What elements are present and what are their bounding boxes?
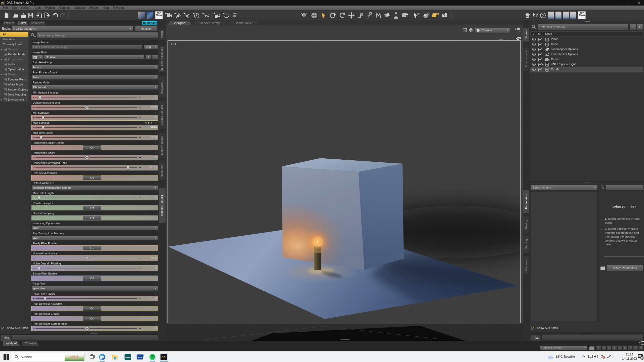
dock-tab-posing[interactable]: Posing <box>523 216 529 233</box>
content-thumbnail[interactable] <box>548 11 554 19</box>
gear-icon[interactable]: ☼ <box>154 302 157 306</box>
expand-arrow-icon[interactable]: ▶ <box>542 63 544 65</box>
lesson-number-7[interactable]: 7 <box>628 345 633 350</box>
param-control[interactable]: −+5.00 <box>31 105 158 110</box>
lesson-number-5[interactable]: 5 <box>617 345 622 350</box>
category-progressive-[interactable]: ▶GProgressive ... <box>0 57 28 62</box>
slider-increment[interactable]: + <box>139 266 141 270</box>
toggle-button[interactable]: On <box>83 246 101 250</box>
plus-gauge-icon[interactable]: + <box>193 12 200 19</box>
gear-icon[interactable]: ☼ <box>154 50 157 55</box>
help-search-input[interactable] <box>606 185 643 191</box>
gear-icon[interactable]: ☼ <box>154 201 157 205</box>
folder-up-icon[interactable] <box>20 12 27 19</box>
plus-spotlight-icon[interactable]: + <box>202 12 210 19</box>
slider-increment[interactable]: + <box>139 126 141 129</box>
gear-icon[interactable]: ☼ <box>154 40 157 44</box>
toggle-button[interactable]: Off <box>83 206 101 210</box>
expand-arrow-icon[interactable]: ▶ <box>1 57 2 62</box>
dock-tab-environment[interactable]: Environment <box>523 48 529 71</box>
slider-track[interactable] <box>35 268 137 268</box>
tips-tab-left[interactable]: Tips <box>1 335 11 341</box>
translate-icon[interactable] <box>348 12 355 19</box>
slider-decrement[interactable]: − <box>33 116 34 119</box>
rotate-cursor-icon[interactable] <box>330 12 337 19</box>
select-item-dropdown[interactable]: Select an Item...▼ <box>531 185 598 191</box>
slider-track[interactable] <box>35 298 137 299</box>
gear-icon[interactable]: ☼ <box>154 272 157 276</box>
visibility-eye-icon[interactable] <box>532 48 536 51</box>
tray-expand-icon[interactable] <box>582 355 585 358</box>
tab-presets[interactable]: Presets <box>2 21 16 25</box>
slider-handle[interactable] <box>85 327 89 330</box>
scene-node-plane[interactable]: Plane <box>530 37 643 42</box>
slider-increment[interactable]: + <box>139 136 141 139</box>
slider-decrement[interactable]: − <box>33 327 34 330</box>
tips-tab-right[interactable]: Tips <box>531 335 541 340</box>
orbit-view-icon[interactable] <box>516 36 522 40</box>
lesson-number-9[interactable]: 9 <box>638 345 643 350</box>
checkbox-checked-icon[interactable]: ✓ <box>531 326 535 330</box>
rotate-icon[interactable] <box>339 12 346 19</box>
param-dropdown[interactable]: None▼ <box>31 75 158 80</box>
splitter[interactable] <box>530 332 644 334</box>
param-control[interactable]: −+1004 <box>31 125 158 130</box>
slider-increment[interactable]: + <box>139 106 141 109</box>
lesson-number-2[interactable]: 2 <box>601 345 606 350</box>
engine-dropdown[interactable]: NVIDIA Iray (MDL)▼ <box>12 26 133 31</box>
scene-node-candle[interactable]: Candle <box>530 67 643 72</box>
param-control[interactable]: On <box>31 306 158 311</box>
path-dropdown[interactable]: Desktop▼ <box>44 55 145 60</box>
visibility-eye-icon[interactable] <box>532 43 536 46</box>
param-control[interactable]: −+1.50 <box>31 296 158 301</box>
taskbar-app-daz-studio[interactable]: DS <box>160 353 168 361</box>
taskbar-app-task-view[interactable] <box>88 353 96 361</box>
bottom-tab-animate2[interactable]: aniMate2 <box>3 341 20 346</box>
param-control[interactable]: On <box>31 246 158 251</box>
undo-icon[interactable] <box>52 12 58 19</box>
visibility-eye-icon[interactable] <box>532 63 536 66</box>
import-icon[interactable] <box>36 12 42 19</box>
menu-file[interactable]: File <box>1 6 10 10</box>
gear-icon[interactable]: ☼ <box>154 131 157 135</box>
category-alpha[interactable]: GAlpha <box>0 62 28 67</box>
plus-camera-icon[interactable]: + <box>165 12 172 19</box>
taskbar-search[interactable]: Suchen <box>12 353 85 361</box>
menu-edit[interactable]: Edit <box>10 6 19 10</box>
category-section-objects[interactable]: GSection Objects <box>0 87 28 92</box>
menu-create[interactable]: Create <box>19 6 32 10</box>
slider-increment[interactable]: + <box>139 96 141 99</box>
dock-tab-simulation-settings[interactable]: Simulation Settings <box>159 46 166 72</box>
gear-icon[interactable]: ☼ <box>154 292 157 296</box>
expand-arrow-icon[interactable]: ▶ <box>1 97 2 102</box>
slider-decrement[interactable]: − <box>33 106 34 109</box>
home-ds-icon[interactable]: DS <box>524 12 531 19</box>
param-control[interactable]: gaussian▼ <box>31 286 158 291</box>
slider-decrement[interactable]: − <box>33 166 34 169</box>
selectable-icon[interactable] <box>537 53 542 57</box>
toggle-button[interactable]: On <box>83 316 101 321</box>
taskbar-app-netis[interactable]: netis <box>136 353 144 361</box>
slider-increment[interactable]: + <box>139 327 141 330</box>
category-general[interactable]: ▶GGeneral <box>0 47 28 52</box>
cursor-yellow-icon[interactable] <box>321 12 327 19</box>
param-control[interactable]: ▼Desktop▼+− <box>31 55 158 60</box>
menu-render[interactable]: Render <box>43 6 57 10</box>
selectable-icon[interactable] <box>537 48 542 52</box>
gear-icon[interactable]: ☼ <box>154 181 157 185</box>
category-filtering[interactable]: ▶GFiltering <box>0 72 28 77</box>
slider-value[interactable]: 5.00 <box>143 105 157 108</box>
dock-tab-powerpose[interactable]: PowerPose <box>159 76 166 98</box>
visibility-eye-icon[interactable] <box>532 38 536 41</box>
category-all[interactable]: All <box>0 32 28 37</box>
scene-node-environment-options[interactable]: Environment Options <box>530 52 643 57</box>
param-dropdown[interactable]: Photoreal▼ <box>31 85 158 90</box>
slider-decrement[interactable]: − <box>33 256 34 260</box>
param-control[interactable]: Off <box>31 175 158 180</box>
scale-icon[interactable] <box>357 12 364 19</box>
dock-tab-scene[interactable]: Scene <box>523 28 529 41</box>
gear-icon[interactable]: ☼ <box>154 121 157 125</box>
plus-distant-light-icon[interactable]: + <box>174 12 182 19</box>
tab-render-library[interactable]: Render Library <box>193 21 226 25</box>
cursor-gear-icon[interactable] <box>413 12 420 19</box>
